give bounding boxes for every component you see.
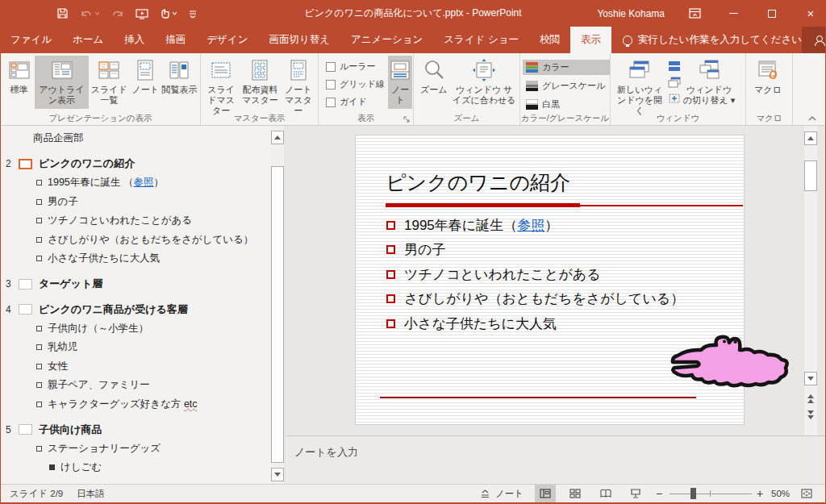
tell-me-box[interactable]: 実行したい作業を入力してください bbox=[623, 27, 802, 53]
outline-bullet[interactable]: 女性 bbox=[36, 357, 267, 377]
arrange-all-button[interactable] bbox=[668, 60, 681, 72]
outline-bullet-text[interactable]: けしごむ bbox=[60, 460, 102, 474]
outline-slide-title-text[interactable]: ターゲット層 bbox=[39, 277, 102, 291]
share-button[interactable]: 共有 bbox=[802, 27, 826, 53]
notes-placeholder[interactable]: ノートを入力 bbox=[294, 445, 358, 460]
outline-bullet[interactable]: 子供向け（～小学生） bbox=[36, 319, 267, 339]
slide-bullet-text[interactable]: 1995年春に誕生（参照） bbox=[404, 216, 558, 235]
reading-view-button[interactable]: 閲覧表示 bbox=[161, 56, 198, 109]
outline-bullet-text[interactable]: 小さな子供たちに大人気 bbox=[48, 252, 160, 265]
tab-9[interactable]: 表示 bbox=[570, 27, 611, 53]
move-split-button[interactable] bbox=[668, 93, 681, 104]
slide-bullet-text[interactable]: 男の子 bbox=[404, 240, 445, 259]
slide-bullet[interactable]: さびしがりや（おともだちをさがしている） bbox=[386, 287, 684, 312]
slide-icon[interactable] bbox=[19, 279, 32, 289]
slide-scrollbar-thumb[interactable] bbox=[804, 160, 817, 191]
outline-scroll-down-icon[interactable] bbox=[271, 468, 284, 481]
outline-bullet-text[interactable]: 1995年春に誕生 （参照） bbox=[48, 176, 164, 190]
slide-bullet[interactable]: ツチノコといわれたことがある bbox=[386, 262, 684, 287]
normal-view-button[interactable]: 標準 bbox=[3, 56, 35, 109]
outline-slide-title-text[interactable]: ピンクのワニ商品が受ける客層 bbox=[39, 302, 188, 317]
tab-4[interactable]: デザイン bbox=[196, 27, 258, 53]
hyperlink[interactable]: 参照 bbox=[134, 177, 154, 188]
pink-crocodile-drawing[interactable] bbox=[670, 329, 791, 392]
outline-scrollbar-thumb[interactable] bbox=[271, 166, 284, 463]
slide-bullet-text[interactable]: ツチノコといわれたことがある bbox=[404, 265, 601, 284]
outline-text[interactable]: 商品企画部 bbox=[33, 131, 84, 145]
notes-master-button[interactable]: ノートマスター bbox=[282, 56, 315, 116]
maximize-button[interactable] bbox=[763, 5, 781, 23]
cascade-windows-button[interactable] bbox=[668, 77, 681, 88]
slide-icon[interactable] bbox=[19, 424, 32, 435]
outline-slide-2-title[interactable]: 2ピンクのワニの紹介 bbox=[1, 155, 267, 174]
outline-bullet-text[interactable]: 親子ペア、ファミリー bbox=[48, 378, 150, 392]
outline-slide-title-text[interactable]: ピンクのワニの紹介 bbox=[39, 156, 135, 171]
outline-bullet[interactable]: 小さな子供たちに大人気 bbox=[36, 249, 267, 269]
tab-file[interactable]: ファイル bbox=[0, 27, 62, 53]
outline-scrollbar[interactable] bbox=[271, 126, 284, 484]
slide-scrollbar[interactable] bbox=[804, 126, 817, 435]
zoom-level[interactable]: 50% bbox=[771, 485, 790, 502]
fit-to-window-button[interactable]: ウィンドウ サイズに合わせる bbox=[452, 56, 517, 109]
slide-bullet[interactable]: 小さな子供たちに大人気 bbox=[386, 311, 684, 336]
outline-bullet-text[interactable]: 子供向け（～小学生） bbox=[48, 322, 148, 335]
tab-6[interactable]: アニメーション bbox=[340, 27, 433, 53]
notes-page-button[interactable]: ノート bbox=[130, 56, 161, 109]
slide-scroll-up-icon[interactable] bbox=[804, 131, 817, 145]
switch-windows-button[interactable]: ウィンドウの切り替え ▾ bbox=[682, 56, 736, 109]
outline-bullet-text[interactable]: ツチノコといわれたことがある bbox=[48, 214, 192, 227]
outline-bullet-text[interactable]: 女性 bbox=[48, 360, 68, 373]
collapse-ribbon-icon[interactable] bbox=[807, 115, 825, 125]
zoom-out-button[interactable]: − bbox=[656, 485, 662, 502]
outline-slide-title-text[interactable]: 子供向け商品 bbox=[39, 423, 102, 437]
tab-8[interactable]: 校閲 bbox=[529, 27, 570, 53]
outline-slide-5-title[interactable]: 5子供向け商品 bbox=[1, 420, 267, 439]
outline-bullet[interactable]: さびしがりや（おともだちをさがしている） bbox=[36, 231, 267, 250]
tab-3[interactable]: 描画 bbox=[155, 27, 196, 53]
outline-bullet[interactable]: 親子ペア、ファミリー bbox=[36, 376, 267, 395]
slide-master-button[interactable]: スライドマスター bbox=[203, 56, 239, 116]
outline-bullet-text[interactable]: 男の子 bbox=[48, 195, 78, 209]
slide-icon[interactable] bbox=[19, 304, 32, 314]
slide-sorter-shortcut[interactable] bbox=[565, 485, 586, 502]
guides-checkbox[interactable]: ガイド bbox=[326, 96, 385, 108]
ribbon-display-options-icon[interactable] bbox=[686, 5, 703, 23]
minimize-button[interactable] bbox=[724, 5, 742, 23]
new-window-button[interactable]: 新しいウィンドウを開く bbox=[613, 56, 666, 116]
tab-5[interactable]: 画面切り替え bbox=[258, 27, 340, 53]
zoom-button[interactable]: ズーム bbox=[416, 56, 452, 109]
hyperlink[interactable]: 参照 bbox=[517, 218, 544, 233]
outline-bullet[interactable]: ツチノコといわれたことがある bbox=[36, 211, 267, 231]
zoom-slider[interactable] bbox=[670, 485, 752, 502]
slide-bullet[interactable]: 男の子 bbox=[386, 238, 684, 263]
tab-7[interactable]: スライド ショー bbox=[433, 27, 529, 53]
ruler-checkbox[interactable]: ルーラー bbox=[326, 60, 385, 73]
gridlines-checkbox[interactable]: グリッド線 bbox=[326, 78, 385, 90]
handout-master-button[interactable]: 配布資料マスター bbox=[239, 56, 281, 109]
grayscale-button[interactable]: グレースケール bbox=[523, 78, 610, 94]
outline-bullet[interactable]: 男の子 bbox=[36, 193, 267, 212]
zoom-in-button[interactable]: + bbox=[757, 485, 763, 502]
outline-slide-3-title[interactable]: 3ターゲット層 bbox=[1, 275, 267, 294]
outline-bullet[interactable]: キャラクターグッズ好きな方 etc bbox=[36, 395, 267, 414]
show-notes-button[interactable]: ノート bbox=[388, 56, 412, 109]
language-indicator[interactable]: 日本語 bbox=[77, 485, 105, 502]
outline-view-button[interactable]: アウトライン表示 bbox=[35, 56, 89, 109]
outline-bullet[interactable]: ステーショナリーグッズ bbox=[36, 439, 267, 459]
slide-bullet-text[interactable]: さびしがりや（おともだちをさがしている） bbox=[404, 289, 684, 308]
reading-view-shortcut[interactable] bbox=[595, 485, 616, 502]
tab-1[interactable]: ホーム bbox=[62, 27, 114, 53]
outline-bullet[interactable]: 乳幼児 bbox=[36, 338, 267, 357]
slideshow-shortcut[interactable] bbox=[625, 485, 646, 502]
outline-bullet[interactable]: 1995年春に誕生 （参照） bbox=[36, 173, 267, 193]
slide-scroll-down-icon[interactable] bbox=[804, 372, 817, 385]
notes-pane[interactable]: ノートを入力 bbox=[286, 435, 825, 484]
black-white-button[interactable]: 白黒 bbox=[523, 97, 610, 112]
outline-pane[interactable]: 商品企画部2ピンクのワニの紹介1995年春に誕生 （参照）男の子ツチノコといわれ… bbox=[1, 126, 286, 484]
slide-title[interactable]: ピンクのワニの紹介 bbox=[386, 169, 570, 196]
macro-button[interactable]: マクロ bbox=[749, 56, 787, 109]
outline-bullet[interactable]: けしごむ bbox=[49, 458, 267, 477]
slide-indicator[interactable]: スライド 2/9 bbox=[10, 485, 63, 502]
next-slide-icon[interactable] bbox=[804, 408, 817, 422]
previous-slide-icon[interactable] bbox=[804, 392, 817, 406]
